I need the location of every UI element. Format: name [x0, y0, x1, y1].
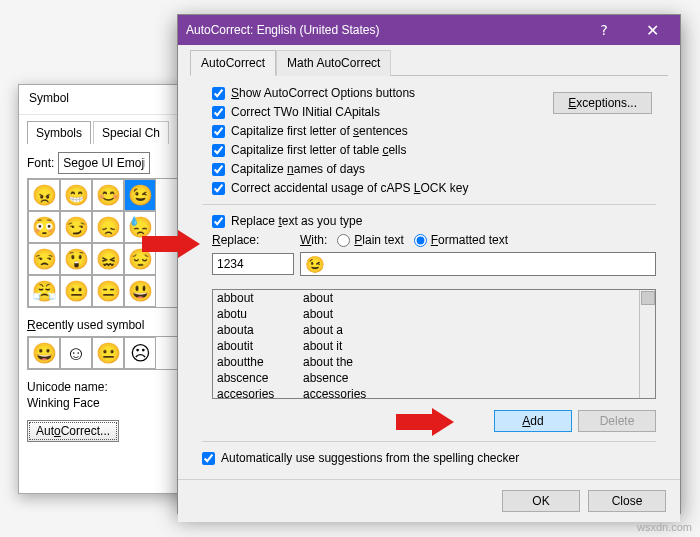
- recent-cell[interactable]: 😐: [92, 337, 124, 369]
- close-button[interactable]: Close: [588, 490, 666, 512]
- unicode-name-value: Winking Face: [27, 396, 189, 410]
- tab-autocorrect[interactable]: AutoCorrect: [190, 50, 276, 76]
- winking-face-icon: 😉: [305, 255, 325, 274]
- table-row: abotuabout: [213, 306, 639, 322]
- recent-cell[interactable]: 😀: [28, 337, 60, 369]
- radio-plain-text[interactable]: Plain text: [337, 233, 403, 247]
- chk-cap-sentences[interactable]: Capitalize first letter of sentences: [212, 124, 656, 138]
- emoji-cell[interactable]: 😲: [60, 243, 92, 275]
- emoji-cell[interactable]: 😖: [92, 243, 124, 275]
- recent-cell[interactable]: ☺: [60, 337, 92, 369]
- close-icon[interactable]: ✕: [632, 15, 672, 45]
- font-select[interactable]: [58, 152, 150, 174]
- tab-symbols[interactable]: Symbols: [27, 121, 91, 144]
- help-icon[interactable]: ?: [584, 15, 624, 45]
- table-row: abouttheabout the: [213, 354, 639, 370]
- replace-input[interactable]: [212, 253, 294, 275]
- emoji-cell[interactable]: 😑: [92, 275, 124, 307]
- radio-formatted-text[interactable]: Formatted text: [414, 233, 508, 247]
- dialog-title: AutoCorrect: English (United States): [186, 23, 576, 37]
- recent-label: Recently used symbol: [27, 318, 189, 332]
- replacement-table[interactable]: abboutabout abotuabout aboutaabout a abo…: [212, 289, 656, 399]
- with-input[interactable]: 😉: [300, 252, 656, 276]
- chk-use-spelling-suggestions[interactable]: Automatically use suggestions from the s…: [202, 451, 656, 465]
- emoji-cell[interactable]: 😁: [60, 179, 92, 211]
- emoji-cell[interactable]: 😊: [92, 179, 124, 211]
- font-label: Font:: [27, 156, 54, 170]
- autocorrect-dialog: AutoCorrect: English (United States) ? ✕…: [177, 14, 681, 514]
- titlebar: AutoCorrect: English (United States) ? ✕: [178, 15, 680, 45]
- table-row: aboutitabout it: [213, 338, 639, 354]
- symbol-title: Symbol: [19, 85, 197, 115]
- chk-caps-lock[interactable]: Correct accidental usage of cAPS LOCK ke…: [212, 181, 656, 195]
- ok-button[interactable]: OK: [502, 490, 580, 512]
- emoji-cell[interactable]: 😉: [124, 179, 156, 211]
- emoji-cell[interactable]: 😤: [28, 275, 60, 307]
- table-row: abboutabout: [213, 290, 639, 306]
- watermark: wsxdn.com: [637, 521, 692, 533]
- table-row: aboutaabout a: [213, 322, 639, 338]
- emoji-cell[interactable]: 😐: [60, 275, 92, 307]
- emoji-cell[interactable]: 😏: [60, 211, 92, 243]
- chk-cap-days[interactable]: Capitalize names of days: [212, 162, 656, 176]
- emoji-cell[interactable]: 😒: [28, 243, 60, 275]
- chk-replace-as-type[interactable]: Replace text as you type: [212, 214, 656, 228]
- arrow-annotation-icon: [142, 230, 200, 258]
- emoji-cell[interactable]: 😃: [124, 275, 156, 307]
- tab-special-chars[interactable]: Special Ch: [93, 121, 169, 144]
- table-row: accesoriesaccessories: [213, 386, 639, 398]
- add-button[interactable]: Add: [494, 410, 572, 432]
- arrow-annotation-icon: [396, 408, 454, 436]
- recent-cell[interactable]: ☹: [124, 337, 156, 369]
- recent-grid[interactable]: 😀 ☺ 😐 ☹: [27, 336, 189, 370]
- unicode-name-label: Unicode name:: [27, 380, 189, 394]
- emoji-cell[interactable]: 😳: [28, 211, 60, 243]
- autocorrect-button[interactable]: AutoCorrect...: [27, 420, 119, 442]
- replace-label: Replace:: [212, 233, 294, 247]
- emoji-cell[interactable]: 😠: [28, 179, 60, 211]
- tab-math-autocorrect[interactable]: Math AutoCorrect: [276, 50, 391, 76]
- chk-cap-table-cells[interactable]: Capitalize first letter of table cells: [212, 143, 656, 157]
- delete-button: Delete: [578, 410, 656, 432]
- exceptions-button[interactable]: Exceptions...: [553, 92, 652, 114]
- with-label: With:: [300, 233, 327, 247]
- scrollbar[interactable]: [639, 290, 655, 398]
- symbol-dialog: Symbol Symbols Special Ch Font: 😠 😁 😊 😉 …: [18, 84, 198, 494]
- table-row: abscenceabsence: [213, 370, 639, 386]
- emoji-cell[interactable]: 😞: [92, 211, 124, 243]
